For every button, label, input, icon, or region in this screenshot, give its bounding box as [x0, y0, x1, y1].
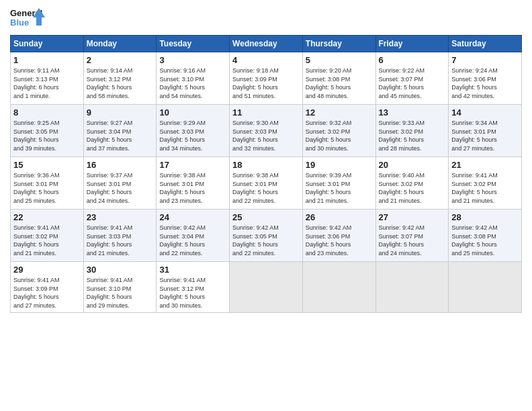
day-info: Sunrise: 9:39 AM Sunset: 3:01 PM Dayligh…	[306, 171, 373, 205]
weekday-header-tuesday: Tuesday	[157, 36, 230, 52]
day-info: Sunrise: 9:41 AM Sunset: 3:12 PM Dayligh…	[159, 276, 226, 310]
calendar-week-row: 15Sunrise: 9:36 AM Sunset: 3:01 PM Dayli…	[11, 157, 522, 210]
day-number: 29	[13, 265, 81, 275]
day-number: 15	[13, 160, 81, 170]
day-info: Sunrise: 9:11 AM Sunset: 3:13 PM Dayligh…	[13, 66, 81, 100]
calendar-cell: 18Sunrise: 9:38 AM Sunset: 3:01 PM Dayli…	[230, 157, 303, 210]
calendar-cell: 24Sunrise: 9:42 AM Sunset: 3:04 PM Dayli…	[157, 210, 230, 262]
day-number: 26	[306, 212, 373, 222]
main-container: GeneralBlue SundayMondayTuesdayWednesday…	[0, 0, 532, 320]
day-info: Sunrise: 9:40 AM Sunset: 3:02 PM Dayligh…	[379, 171, 446, 205]
day-number: 20	[379, 160, 446, 170]
day-info: Sunrise: 9:24 AM Sunset: 3:06 PM Dayligh…	[451, 66, 519, 100]
calendar-cell	[375, 262, 449, 313]
day-info: Sunrise: 9:41 AM Sunset: 3:02 PM Dayligh…	[451, 171, 519, 205]
day-info: Sunrise: 9:20 AM Sunset: 3:08 PM Dayligh…	[306, 66, 373, 100]
logo-svg: GeneralBlue	[10, 7, 47, 31]
day-number: 1	[13, 55, 81, 65]
day-number: 10	[159, 107, 226, 118]
calendar-cell: 30Sunrise: 9:41 AM Sunset: 3:10 PM Dayli…	[83, 262, 157, 313]
day-number: 21	[451, 160, 519, 170]
calendar-week-row: 22Sunrise: 9:41 AM Sunset: 3:02 PM Dayli…	[11, 210, 522, 262]
calendar-cell: 6Sunrise: 9:22 AM Sunset: 3:07 PM Daylig…	[375, 52, 449, 105]
calendar-cell: 31Sunrise: 9:41 AM Sunset: 3:12 PM Dayli…	[157, 262, 230, 313]
calendar-table: SundayMondayTuesdayWednesdayThursdayFrid…	[10, 35, 522, 313]
calendar-cell: 21Sunrise: 9:41 AM Sunset: 3:02 PM Dayli…	[449, 157, 522, 210]
day-number: 2	[87, 55, 154, 65]
day-info: Sunrise: 9:42 AM Sunset: 3:04 PM Dayligh…	[159, 224, 226, 257]
day-number: 7	[451, 55, 519, 65]
calendar-cell: 7Sunrise: 9:24 AM Sunset: 3:06 PM Daylig…	[449, 52, 522, 105]
day-number: 27	[379, 212, 446, 222]
calendar-cell: 23Sunrise: 9:41 AM Sunset: 3:03 PM Dayli…	[83, 210, 157, 262]
calendar-cell: 11Sunrise: 9:30 AM Sunset: 3:03 PM Dayli…	[230, 105, 303, 157]
day-info: Sunrise: 9:22 AM Sunset: 3:07 PM Dayligh…	[379, 66, 446, 100]
day-info: Sunrise: 9:32 AM Sunset: 3:02 PM Dayligh…	[306, 119, 373, 152]
weekday-header-sunday: Sunday	[11, 36, 84, 52]
calendar-cell: 27Sunrise: 9:42 AM Sunset: 3:07 PM Dayli…	[375, 210, 449, 262]
day-info: Sunrise: 9:29 AM Sunset: 3:03 PM Dayligh…	[159, 119, 226, 152]
calendar-cell: 26Sunrise: 9:42 AM Sunset: 3:06 PM Dayli…	[302, 210, 375, 262]
day-number: 12	[306, 107, 373, 118]
calendar-cell	[449, 262, 522, 313]
day-number: 25	[232, 212, 300, 222]
day-number: 24	[159, 212, 226, 222]
day-info: Sunrise: 9:41 AM Sunset: 3:02 PM Dayligh…	[13, 224, 81, 257]
calendar-cell: 1Sunrise: 9:11 AM Sunset: 3:13 PM Daylig…	[11, 52, 84, 105]
day-info: Sunrise: 9:14 AM Sunset: 3:12 PM Dayligh…	[87, 66, 154, 100]
weekday-header-saturday: Saturday	[449, 36, 522, 52]
calendar-cell	[230, 262, 303, 313]
day-number: 5	[306, 55, 373, 65]
day-number: 14	[451, 107, 519, 118]
calendar-cell: 5Sunrise: 9:20 AM Sunset: 3:08 PM Daylig…	[302, 52, 375, 105]
svg-text:Blue: Blue	[10, 17, 29, 28]
calendar-cell: 9Sunrise: 9:27 AM Sunset: 3:04 PM Daylig…	[83, 105, 157, 157]
day-number: 23	[87, 212, 154, 222]
calendar-week-row: 1Sunrise: 9:11 AM Sunset: 3:13 PM Daylig…	[11, 52, 522, 105]
calendar-cell: 4Sunrise: 9:18 AM Sunset: 3:09 PM Daylig…	[230, 52, 303, 105]
weekday-header-friday: Friday	[375, 36, 449, 52]
calendar-cell: 10Sunrise: 9:29 AM Sunset: 3:03 PM Dayli…	[157, 105, 230, 157]
day-info: Sunrise: 9:30 AM Sunset: 3:03 PM Dayligh…	[232, 119, 300, 152]
day-info: Sunrise: 9:36 AM Sunset: 3:01 PM Dayligh…	[13, 171, 81, 205]
day-info: Sunrise: 9:42 AM Sunset: 3:05 PM Dayligh…	[232, 224, 300, 257]
day-info: Sunrise: 9:38 AM Sunset: 3:01 PM Dayligh…	[232, 171, 300, 205]
day-info: Sunrise: 9:27 AM Sunset: 3:04 PM Dayligh…	[87, 119, 154, 152]
day-info: Sunrise: 9:41 AM Sunset: 3:03 PM Dayligh…	[87, 224, 154, 257]
day-number: 28	[451, 212, 519, 222]
weekday-header-wednesday: Wednesday	[230, 36, 303, 52]
day-number: 31	[159, 265, 226, 275]
calendar-cell: 28Sunrise: 9:42 AM Sunset: 3:08 PM Dayli…	[449, 210, 522, 262]
calendar-cell: 15Sunrise: 9:36 AM Sunset: 3:01 PM Dayli…	[11, 157, 84, 210]
day-info: Sunrise: 9:41 AM Sunset: 3:10 PM Dayligh…	[87, 276, 154, 310]
calendar-cell: 2Sunrise: 9:14 AM Sunset: 3:12 PM Daylig…	[83, 52, 157, 105]
day-info: Sunrise: 9:33 AM Sunset: 3:02 PM Dayligh…	[379, 119, 446, 152]
calendar-cell	[302, 262, 375, 313]
day-number: 19	[306, 160, 373, 170]
calendar-cell: 19Sunrise: 9:39 AM Sunset: 3:01 PM Dayli…	[302, 157, 375, 210]
day-info: Sunrise: 9:38 AM Sunset: 3:01 PM Dayligh…	[159, 171, 226, 205]
day-number: 8	[13, 107, 81, 118]
day-info: Sunrise: 9:25 AM Sunset: 3:05 PM Dayligh…	[13, 119, 81, 152]
day-number: 17	[159, 160, 226, 170]
day-info: Sunrise: 9:16 AM Sunset: 3:10 PM Dayligh…	[159, 66, 226, 100]
day-number: 22	[13, 212, 81, 222]
day-number: 4	[232, 55, 300, 65]
calendar-cell: 8Sunrise: 9:25 AM Sunset: 3:05 PM Daylig…	[11, 105, 84, 157]
day-number: 6	[379, 55, 446, 65]
header: GeneralBlue	[10, 7, 522, 31]
day-number: 13	[379, 107, 446, 118]
day-info: Sunrise: 9:42 AM Sunset: 3:08 PM Dayligh…	[451, 224, 519, 257]
day-info: Sunrise: 9:42 AM Sunset: 3:07 PM Dayligh…	[379, 224, 446, 257]
calendar-cell: 17Sunrise: 9:38 AM Sunset: 3:01 PM Dayli…	[157, 157, 230, 210]
calendar-cell: 3Sunrise: 9:16 AM Sunset: 3:10 PM Daylig…	[157, 52, 230, 105]
day-info: Sunrise: 9:37 AM Sunset: 3:01 PM Dayligh…	[87, 171, 154, 205]
calendar-cell: 29Sunrise: 9:41 AM Sunset: 3:09 PM Dayli…	[11, 262, 84, 313]
calendar-cell: 12Sunrise: 9:32 AM Sunset: 3:02 PM Dayli…	[302, 105, 375, 157]
day-number: 18	[232, 160, 300, 170]
calendar-week-row: 29Sunrise: 9:41 AM Sunset: 3:09 PM Dayli…	[11, 262, 522, 313]
day-info: Sunrise: 9:42 AM Sunset: 3:06 PM Dayligh…	[306, 224, 373, 257]
calendar-cell: 16Sunrise: 9:37 AM Sunset: 3:01 PM Dayli…	[83, 157, 157, 210]
day-number: 30	[87, 265, 154, 275]
day-info: Sunrise: 9:18 AM Sunset: 3:09 PM Dayligh…	[232, 66, 300, 100]
